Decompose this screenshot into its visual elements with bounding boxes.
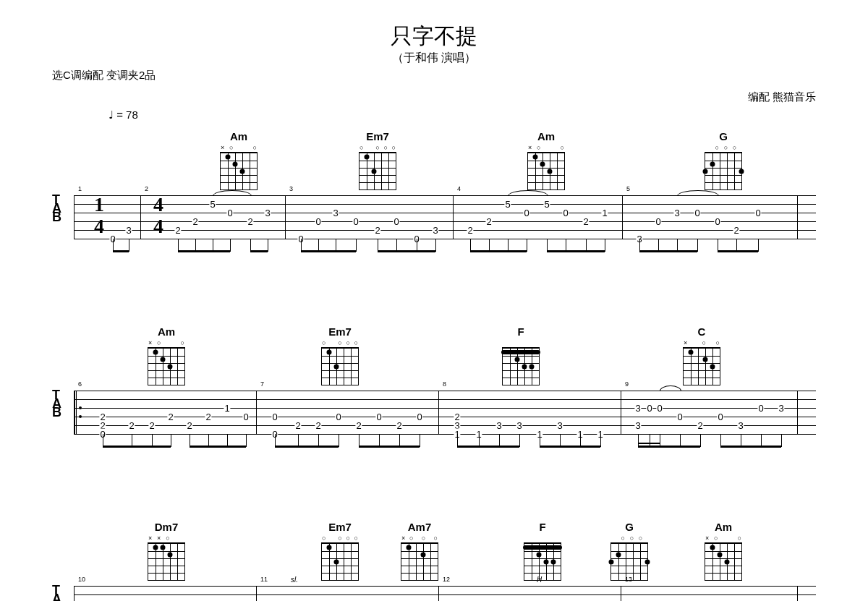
- tie: [508, 190, 548, 196]
- chord-grid: [401, 542, 438, 581]
- measure-number: 9: [625, 380, 629, 388]
- chord-nut: ○○○○: [320, 535, 360, 542]
- barline: [285, 195, 286, 239]
- tab-note: 2: [582, 216, 589, 227]
- barline: [797, 391, 798, 434]
- beam: [301, 250, 356, 252]
- chord-name: Dm7: [146, 521, 187, 533]
- tab-note: 3: [516, 420, 522, 431]
- tempo-marking: ♩ = 78: [109, 108, 138, 122]
- tab-note: 0: [226, 208, 233, 218]
- chord-nut: ○○○: [703, 145, 744, 152]
- chord-diagram: Dm7××○: [146, 521, 187, 581]
- measure-number: 8: [443, 380, 446, 388]
- tab-note: 2: [454, 412, 460, 422]
- barline: [438, 586, 439, 601]
- beam: [638, 446, 700, 448]
- barline: [797, 586, 798, 601]
- chord-diagram: Em7○○○○: [320, 521, 360, 581]
- beam: [718, 250, 758, 252]
- chord-name: F: [522, 521, 563, 533]
- tab-note: 3: [432, 225, 438, 236]
- tab-note: 0: [562, 208, 569, 218]
- tab-note: 2: [186, 420, 192, 431]
- repeat-start: [74, 391, 79, 434]
- chord-nut: ×○○: [703, 535, 744, 542]
- tab-note: 2: [315, 420, 321, 431]
- tab-note: 0: [656, 403, 663, 414]
- chord-diagram: G○○○: [703, 130, 744, 190]
- beam: [457, 446, 519, 448]
- barline: [453, 195, 454, 239]
- tab-note: 5: [209, 199, 216, 210]
- tab-note: 0: [655, 216, 661, 227]
- chord-row: Am×○○Em7○○○○FC×○○: [52, 325, 816, 383]
- barline: [74, 391, 75, 434]
- beam: [190, 446, 246, 448]
- chord-grid: [359, 152, 396, 190]
- chord-grid: [220, 152, 258, 190]
- page-title: 只字不提: [0, 22, 868, 51]
- chord-nut: ×○○: [526, 145, 566, 152]
- tab-note: 3: [556, 420, 563, 431]
- time-signature: 44: [150, 194, 166, 237]
- tab-note: 0: [271, 412, 278, 422]
- barline: [74, 195, 75, 239]
- tab-note: 0: [646, 403, 652, 414]
- chord-diagram: G○○○: [609, 521, 650, 581]
- tab-note: 3: [125, 225, 132, 236]
- beam: [103, 446, 171, 448]
- tab-note: 2: [148, 420, 155, 431]
- chord-nut: ○○○○: [320, 340, 360, 347]
- measure-number: 11: [260, 576, 268, 583]
- tab-note: 2: [733, 225, 739, 236]
- tab-note: 0: [714, 216, 720, 227]
- chord-row: Dm7××○Em7○○○○Am7×○○○FG○○○Am×○○: [52, 521, 816, 579]
- chord-nut: ×○○: [681, 340, 722, 347]
- beam: [547, 250, 605, 252]
- arrangement-note: 选C调编配 变调夹2品: [52, 69, 156, 82]
- tab-note: 3: [495, 420, 502, 431]
- barline: [256, 391, 257, 434]
- chord-name: Em7: [357, 130, 398, 142]
- tie: [660, 385, 681, 391]
- tab-note: 0: [416, 412, 422, 422]
- chord-diagram: Am×○○: [703, 521, 744, 581]
- tab-note: 1: [224, 403, 230, 414]
- chord-diagram: F: [522, 521, 563, 581]
- measure-number: 6: [78, 380, 82, 388]
- chord-nut: ×○○: [146, 340, 187, 347]
- chord-diagram: Em7○○○○: [357, 130, 398, 190]
- tab-staff: 1444123450322502300302003225050213030020: [74, 195, 816, 239]
- tab-annotation: sl.: [291, 576, 298, 584]
- measure-number: 3: [289, 185, 293, 192]
- tab-note: 3: [634, 420, 641, 431]
- chord-name: G: [703, 130, 744, 142]
- beam: [359, 446, 420, 448]
- tab-note: 0: [757, 403, 764, 414]
- chord-name: Em7: [320, 325, 360, 338]
- chord-name: Am: [703, 521, 744, 533]
- measure-number: 13: [625, 576, 632, 583]
- chord-grid: [527, 152, 565, 190]
- chord-grid: [148, 347, 185, 385]
- tab-note: 2: [467, 225, 473, 236]
- tab-note: 2: [485, 216, 492, 227]
- chord-name: F: [501, 325, 541, 338]
- tie: [213, 190, 252, 196]
- measure-number: 10: [78, 576, 85, 583]
- barline: [621, 586, 621, 601]
- chord-grid: [321, 347, 359, 385]
- tab-label: TAB: [52, 195, 61, 221]
- tab-note: 2: [355, 420, 362, 431]
- tab-annotation: H: [537, 576, 542, 584]
- tab-note: 2: [99, 412, 106, 422]
- barline: [140, 195, 141, 239]
- tab-label: TAB: [52, 391, 61, 417]
- arranger-credit: 编配 熊猫音乐: [748, 90, 816, 104]
- chord-grid: [683, 347, 720, 385]
- measure-number: 2: [145, 185, 148, 192]
- tab-note: 0: [676, 412, 683, 422]
- tab-note: 2: [396, 420, 402, 431]
- tab-note: 0: [754, 208, 761, 218]
